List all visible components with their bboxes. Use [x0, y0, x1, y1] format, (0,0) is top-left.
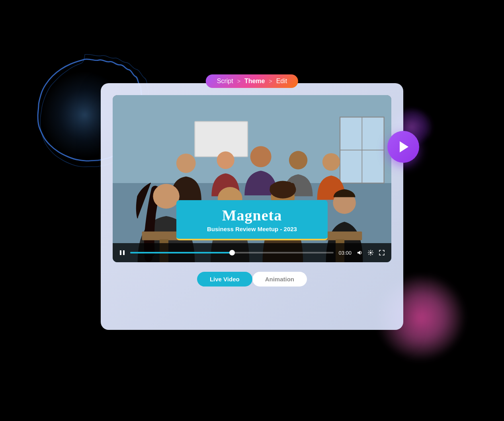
main-card: Script > Theme > Edit [101, 83, 403, 330]
svg-rect-23 [120, 250, 121, 255]
video-title-overlay: Magneta Business Review Meetup - 2023 [176, 200, 328, 240]
tab-animation[interactable]: Animation [252, 272, 307, 287]
svg-point-25 [370, 252, 372, 254]
breadcrumb-script[interactable]: Script [217, 78, 233, 85]
breadcrumb-theme[interactable]: Theme [244, 78, 265, 85]
fullscreen-button[interactable] [379, 249, 385, 256]
progress-fill [130, 252, 232, 253]
video-subtitle: Business Review Meetup - 2023 [192, 226, 312, 232]
svg-point-12 [289, 151, 307, 169]
svg-rect-4 [195, 121, 248, 156]
svg-point-13 [322, 153, 340, 171]
svg-rect-24 [123, 250, 125, 255]
play-button-float[interactable] [387, 131, 419, 163]
settings-button[interactable] [367, 249, 374, 256]
pause-button[interactable] [119, 249, 125, 256]
svg-point-11 [250, 146, 272, 167]
video-controls-bar: 03:00 [113, 243, 391, 262]
progress-bar[interactable] [130, 252, 334, 253]
breadcrumb-sep-2: > [269, 78, 272, 84]
video-type-tabs: Live Video Animation [113, 272, 391, 287]
progress-thumb[interactable] [229, 250, 235, 255]
breadcrumb-sep-1: > [237, 78, 240, 84]
tab-live-video[interactable]: Live Video [197, 272, 252, 287]
svg-point-15 [153, 184, 179, 209]
video-player[interactable]: Magneta Business Review Meetup - 2023 03… [113, 95, 391, 262]
time-display: 03:00 [338, 250, 352, 256]
breadcrumb-edit[interactable]: Edit [276, 78, 287, 85]
volume-button[interactable] [356, 249, 363, 256]
video-brand-name: Magneta [192, 207, 312, 224]
play-icon [400, 141, 408, 152]
breadcrumb[interactable]: Script > Theme > Edit [206, 74, 298, 88]
svg-point-10 [217, 151, 234, 169]
svg-point-9 [176, 154, 196, 173]
